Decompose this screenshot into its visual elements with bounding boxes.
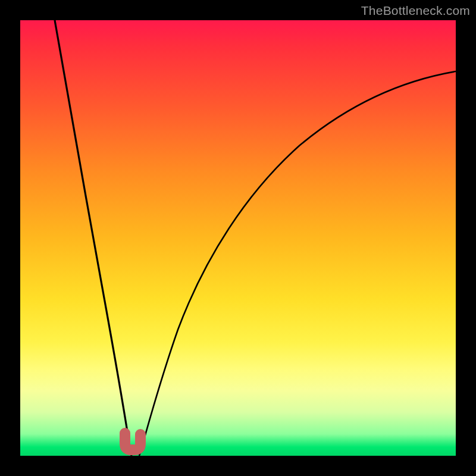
plot-area [20,20,456,456]
watermark-text: TheBottleneck.com [361,4,470,18]
chart-container: TheBottleneck.com [0,0,476,476]
left-curve [55,20,131,456]
u-mark [125,433,140,450]
right-curve [139,71,456,456]
curves-layer [20,20,456,456]
